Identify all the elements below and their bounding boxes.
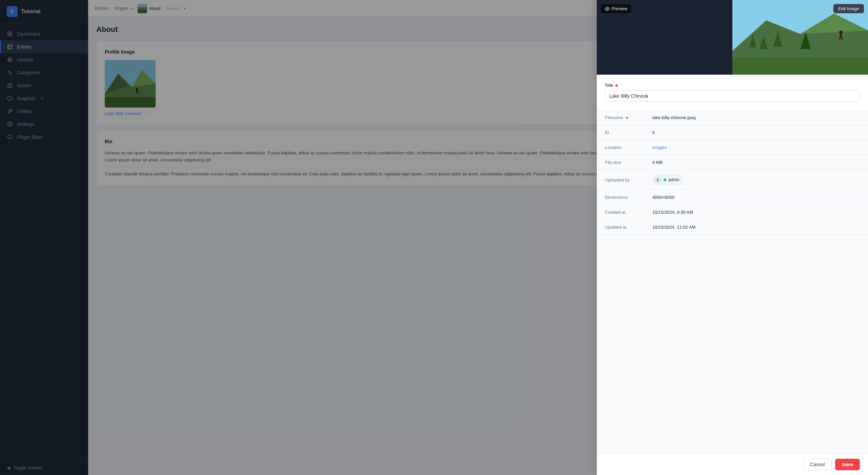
uploader-badge: A admin — [652, 175, 683, 185]
filesize-label: File size — [605, 160, 652, 165]
modal-overlay[interactable]: Preview Edit Image Title ★ Filename — [0, 0, 868, 475]
meta-row-updated-at: Updated at 10/15/2024, 11:02 AM — [597, 220, 868, 235]
title-field-label: Title ★ — [605, 83, 860, 88]
modal-image-preview: Preview Edit Image — [597, 0, 868, 75]
modal-preview-image — [597, 0, 868, 75]
dimensions-label: Dimensions — [605, 195, 652, 200]
filename-required: ★ — [625, 115, 629, 120]
updated-at-value: 10/15/2024, 11:02 AM — [652, 225, 695, 230]
meta-row-id: ID 6 — [597, 125, 868, 140]
svg-rect-30 — [732, 58, 868, 75]
save-button[interactable]: Save — [835, 459, 860, 470]
created-at-label: Created at — [605, 210, 652, 215]
uploader-name: admin — [668, 177, 679, 182]
eye-icon — [605, 6, 610, 11]
uploader-avatar: A — [654, 176, 662, 184]
location-label: Location — [605, 145, 652, 150]
modal-body: Title ★ Filename ★ lake-billy-chinook.jp… — [597, 75, 868, 475]
meta-row-uploaded-by: Uploaded by A admin — [597, 170, 868, 190]
modal-metadata: Filename ★ lake-billy-chinook.jpeg ID 6 … — [597, 110, 868, 454]
filesize-value: 8 MB — [652, 160, 663, 165]
filename-value: lake-billy-chinook.jpeg — [652, 115, 696, 120]
modal-form-section: Title ★ — [597, 75, 868, 110]
required-indicator: ★ — [614, 83, 619, 88]
meta-row-created-at: Created at 10/15/2024, 9:30 AM — [597, 205, 868, 220]
location-value[interactable]: Images — [652, 145, 667, 150]
cancel-button[interactable]: Cancel — [803, 459, 832, 470]
meta-row-dimensions: Dimensions 4000×6000 — [597, 190, 868, 205]
id-value: 6 — [652, 130, 655, 135]
created-at-value: 10/15/2024, 9:30 AM — [652, 210, 693, 215]
dimensions-value: 4000×6000 — [652, 195, 674, 200]
meta-row-filesize: File size 8 MB — [597, 155, 868, 170]
svg-point-31 — [839, 31, 843, 34]
meta-row-location: Location Images — [597, 140, 868, 155]
updated-at-label: Updated at — [605, 225, 652, 230]
uploaded-by-label: Uploaded by — [605, 177, 652, 183]
uploader-online-dot — [664, 178, 666, 181]
edit-image-button[interactable]: Edit Image — [833, 4, 864, 13]
meta-row-filename: Filename ★ lake-billy-chinook.jpeg — [597, 110, 868, 125]
id-label: ID — [605, 130, 652, 135]
filename-label: Filename ★ — [605, 115, 652, 120]
modal-panel: Preview Edit Image Title ★ Filename — [597, 0, 868, 475]
svg-point-38 — [607, 8, 608, 10]
modal-footer: Cancel Save — [597, 454, 868, 475]
preview-button[interactable]: Preview — [601, 4, 631, 13]
title-input[interactable] — [605, 90, 860, 102]
